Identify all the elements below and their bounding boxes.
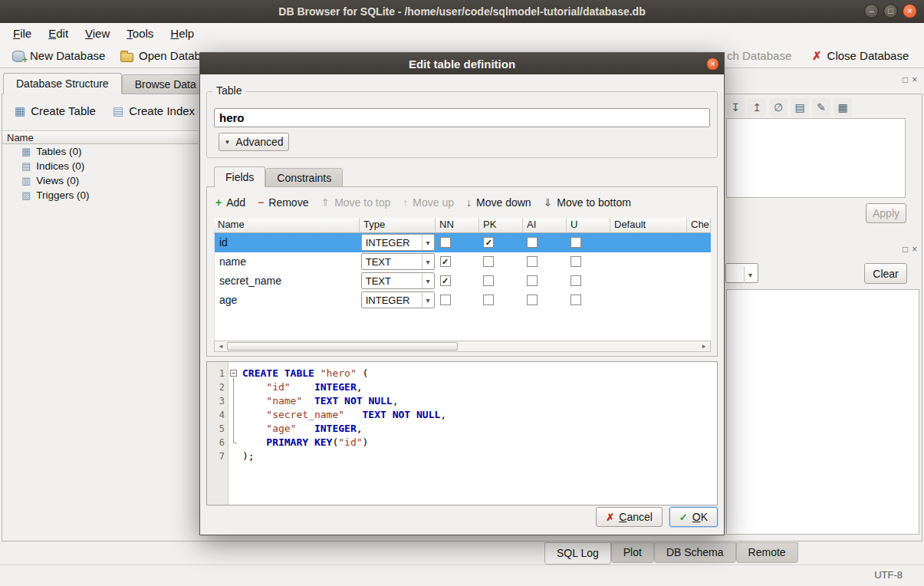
tree-item-views[interactable]: ▥Views (0) [2, 173, 199, 188]
statusbar: UTF-8 [0, 565, 924, 586]
tab-fields[interactable]: Fields [214, 166, 265, 187]
scroll-left-icon[interactable]: ◂ [215, 341, 226, 351]
action-remove[interactable]: −Remove [258, 196, 308, 209]
fold-collapse-icon[interactable]: − [230, 370, 237, 377]
field-check-cell [687, 252, 711, 272]
action-move-down[interactable]: ↓Move down [466, 196, 531, 209]
menu-view[interactable]: View [77, 25, 118, 42]
action-label: Move down [476, 196, 531, 209]
column-header-che[interactable]: Che [687, 218, 711, 233]
dock-float-icon[interactable]: □ [903, 74, 908, 85]
edit-icon[interactable]: ✎ [812, 98, 830, 117]
close-database-button[interactable]: ✗ Close Database [808, 45, 912, 66]
action-move-up[interactable]: ↑Move up [403, 196, 454, 209]
action-add[interactable]: +Add [215, 196, 245, 209]
checkbox-ai-unchecked[interactable] [527, 275, 538, 286]
tab-database-structure[interactable]: Database Structure [3, 73, 122, 94]
field-row-name[interactable]: nameTEXT▾✓ [215, 252, 711, 272]
advanced-label: Advanced [235, 136, 283, 148]
checkbox-pk-unchecked[interactable] [483, 275, 494, 286]
checkbox-pk-unchecked[interactable] [483, 256, 494, 267]
apply-button[interactable]: Apply [866, 203, 906, 223]
checkbox-ai-unchecked[interactable] [527, 256, 538, 267]
create-index-button[interactable]: ▤ Create Index [109, 100, 199, 121]
checkbox-ai-unchecked[interactable] [527, 237, 538, 248]
bottom-tab-plot[interactable]: Plot [611, 542, 654, 563]
field-type-combo[interactable]: TEXT▾ [361, 272, 435, 289]
maximize-icon[interactable]: □ [883, 4, 898, 18]
export-icon[interactable]: ↥ [748, 98, 766, 117]
menu-help[interactable]: Help [162, 25, 202, 42]
cell-editor-textarea[interactable] [726, 118, 906, 198]
tree-item-indices[interactable]: ▤Indices (0) [2, 159, 199, 173]
sql-log-area[interactable] [726, 289, 919, 535]
bottom-tab-remote[interactable]: Remote [736, 542, 798, 563]
field-type-combo[interactable]: INTEGER▾ [361, 291, 435, 308]
dialog-close-icon[interactable]: × [706, 58, 719, 71]
field-row-secret-name[interactable]: secret_nameTEXT▾✓ [215, 272, 711, 291]
checkbox-pk-unchecked[interactable] [483, 295, 494, 305]
action-move-to-top[interactable]: ⇑Move to top [321, 196, 390, 209]
dock-close-icon[interactable]: × [912, 74, 917, 85]
scroll-right-icon[interactable]: ▸ [699, 341, 709, 351]
checkbox-nn-unchecked[interactable] [440, 237, 451, 248]
close-icon[interactable]: × [903, 4, 917, 18]
table-name-input[interactable] [214, 108, 710, 127]
create-table-button[interactable]: ▦ Create Table [11, 100, 100, 121]
column-header-pk[interactable]: PK [479, 218, 523, 233]
field-row-id[interactable]: idINTEGER▾✓ [215, 233, 711, 252]
scrollbar-thumb[interactable] [227, 342, 458, 351]
create-table-icon: ▦ [15, 104, 25, 118]
tab-browse-data[interactable]: Browse Data [122, 74, 209, 94]
dock-close-icon[interactable]: × [912, 244, 917, 255]
fields-table-body: idINTEGER▾✓nameTEXT▾✓secret_nameTEXT▾✓ag… [214, 233, 711, 341]
checkbox-nn-checked[interactable]: ✓ [440, 275, 451, 286]
field-type-combo[interactable]: TEXT▾ [361, 253, 435, 270]
field-type-combo[interactable]: INTEGER▾ [361, 234, 435, 251]
column-header-name[interactable]: Name [214, 218, 360, 233]
set-null-icon[interactable]: ∅ [769, 98, 788, 117]
column-header-type[interactable]: Type [360, 218, 436, 233]
bottom-tab-db-schema[interactable]: DB Schema [654, 542, 736, 563]
import-icon[interactable]: ↧ [726, 98, 745, 117]
tree-header-name[interactable]: Name [2, 130, 199, 144]
field-type-value: TEXT [366, 256, 391, 268]
advanced-toggle-button[interactable]: ▼ Advanced [219, 133, 289, 151]
checkbox-ai-unchecked[interactable] [527, 295, 538, 305]
column-header-ai[interactable]: AI [523, 218, 567, 233]
bottom-tab-sql-log[interactable]: SQL Log [544, 542, 611, 565]
checkbox-u-unchecked[interactable] [571, 295, 581, 305]
clear-button[interactable]: Clear [864, 263, 907, 284]
checkbox-nn-checked[interactable]: ✓ [440, 256, 451, 267]
cancel-button[interactable]: ✗ Cancel [596, 507, 663, 527]
tree-item-triggers[interactable]: ▧Triggers (0) [2, 188, 199, 202]
ok-button[interactable]: ✓ OK [669, 507, 718, 527]
dialog-titlebar[interactable]: Edit table definition × [200, 53, 724, 74]
attach-database-label[interactable]: ch Database [727, 49, 791, 62]
tree-item-tables[interactable]: ▦Tables (0) [2, 144, 199, 159]
menu-edit[interactable]: Edit [40, 25, 77, 42]
grid-icon[interactable]: ▦ [834, 98, 852, 117]
tab-constraints[interactable]: Constraints [265, 168, 343, 187]
minimize-icon[interactable]: – [864, 4, 879, 18]
fields-table-hscrollbar[interactable]: ◂ ▸ [214, 341, 711, 352]
checkbox-u-unchecked[interactable] [571, 237, 581, 248]
checkbox-u-unchecked[interactable] [571, 256, 581, 267]
column-header-nn[interactable]: NN [436, 218, 479, 233]
window-titlebar[interactable]: DB Browser for SQLite - /home/user/code/… [0, 0, 924, 23]
menu-tools[interactable]: Tools [118, 25, 162, 42]
checkbox-u-unchecked[interactable] [571, 275, 581, 286]
new-database-button[interactable]: + New Database [8, 45, 109, 66]
column-header-default[interactable]: Default [610, 218, 687, 233]
sql-code: CREATE TABLE "hero" ( "id" INTEGER, "nam… [239, 362, 446, 505]
checkbox-nn-unchecked[interactable] [440, 295, 451, 305]
log-filter-combo[interactable]: ▾ [725, 263, 758, 283]
sql-preview[interactable]: 1234567 − CREATE TABLE "hero" ( "id" INT… [206, 361, 718, 505]
dock-float-icon[interactable]: □ [903, 244, 908, 255]
column-header-u[interactable]: U [567, 218, 610, 233]
field-row-age[interactable]: ageINTEGER▾ [215, 291, 711, 310]
action-move-to-bottom[interactable]: ⇓Move to bottom [544, 196, 631, 209]
menu-file[interactable]: File [5, 25, 40, 42]
text-mode-icon[interactable]: ▤ [791, 98, 809, 117]
checkbox-pk-checked[interactable]: ✓ [483, 237, 494, 248]
